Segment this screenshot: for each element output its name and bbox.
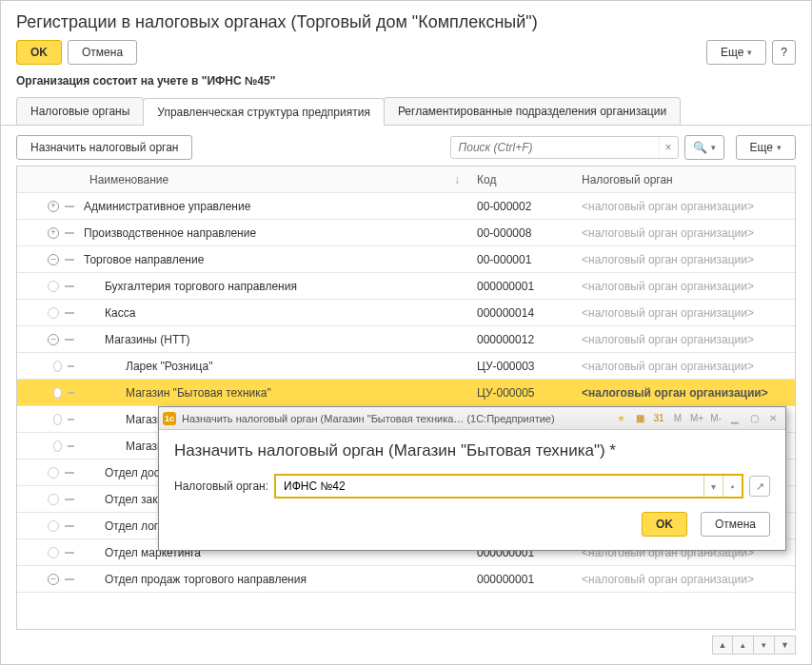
row-tax-authority: <налоговый орган организации> bbox=[576, 253, 795, 266]
column-name[interactable]: Наименование bbox=[84, 173, 443, 186]
row-tax-authority: <налоговый орган организации> bbox=[576, 306, 795, 320]
sort-indicator-icon[interactable]: ↓ bbox=[443, 173, 471, 186]
app-logo-icon: 1c bbox=[163, 412, 176, 425]
row-tax-authority: <налоговый орган организации> bbox=[576, 573, 795, 586]
row-tax-authority: <налоговый орган организации> bbox=[576, 280, 795, 293]
tax-authority-field[interactable]: ▾ ▪ bbox=[274, 474, 743, 499]
dialog-ok-button[interactable]: OK bbox=[642, 512, 687, 537]
calendar-icon[interactable]: 31 bbox=[650, 411, 667, 426]
memory-mplus-icon[interactable]: M+ bbox=[688, 411, 705, 426]
table-row[interactable]: Бухгалтерия торгового направления0000000… bbox=[17, 273, 795, 300]
ok-button[interactable]: OK bbox=[16, 40, 62, 65]
row-name: Ларек "Розница" bbox=[84, 360, 443, 373]
clear-search-icon[interactable]: × bbox=[659, 137, 678, 158]
dash-icon bbox=[65, 232, 74, 234]
chevron-down-icon: ▾ bbox=[747, 48, 752, 57]
leaf-icon bbox=[48, 520, 59, 532]
dropdown-icon[interactable]: ▾ bbox=[703, 476, 723, 497]
collapse-icon[interactable]: – bbox=[48, 254, 59, 265]
table-row[interactable]: –Торговое направление00-000001<налоговый… bbox=[17, 246, 795, 273]
open-external-icon[interactable]: ↗ bbox=[749, 476, 770, 497]
nav-prev-icon[interactable]: ▴ bbox=[733, 636, 754, 655]
assign-tax-authority-button[interactable]: Назначить налоговый орган bbox=[16, 135, 192, 160]
table-row[interactable]: +Административное управление00-000002<на… bbox=[17, 193, 795, 220]
dialog-cancel-button[interactable]: Отмена bbox=[701, 512, 770, 537]
row-code: 00-000008 bbox=[471, 226, 576, 240]
search-icon: 🔍 bbox=[693, 141, 707, 154]
row-name: Бухгалтерия торгового направления bbox=[84, 280, 443, 293]
advanced-search-button[interactable]: 🔍▾ bbox=[684, 135, 724, 160]
dash-icon bbox=[65, 499, 74, 500]
nav-last-icon[interactable]: ▼ bbox=[775, 636, 796, 655]
command-bar: OK Отмена Еще▾ ? bbox=[1, 40, 811, 74]
tab-regulated-subdivisions[interactable]: Регламентированные подразделения организ… bbox=[384, 97, 681, 125]
leaf-icon bbox=[48, 307, 59, 319]
dialog-titlebar[interactable]: 1c Назначить налоговый орган (Магазин "Б… bbox=[159, 407, 785, 430]
tax-authority-input[interactable] bbox=[276, 479, 703, 493]
row-tax-authority: <налоговый орган организации> bbox=[576, 333, 795, 346]
toolbar: Назначить налоговый орган × 🔍▾ Еще▾ bbox=[16, 135, 796, 160]
row-tax-authority: <налоговый орган организации> bbox=[576, 360, 795, 373]
cancel-button[interactable]: Отмена bbox=[68, 40, 137, 65]
maximize-icon[interactable]: ▢ bbox=[745, 411, 762, 426]
dash-icon bbox=[65, 205, 74, 207]
tax-authority-label: Налоговый орган: bbox=[174, 479, 268, 493]
column-tax-authority[interactable]: Налоговый орган bbox=[576, 173, 795, 186]
more-toolbar-button[interactable]: Еще▾ bbox=[736, 135, 796, 160]
main-window: Регистрации в налоговых органах (Торговы… bbox=[0, 0, 812, 665]
leaf-icon bbox=[48, 547, 59, 558]
row-code: 000000014 bbox=[471, 306, 576, 320]
table-row[interactable]: +Производственное направление00-000008<н… bbox=[17, 220, 795, 246]
nav-first-icon[interactable]: ▲ bbox=[712, 636, 733, 655]
table-header: Наименование ↓ Код Налоговый орган bbox=[17, 166, 795, 193]
collapse-icon[interactable]: – bbox=[48, 574, 59, 585]
row-tax-authority: <налоговый орган организации> bbox=[576, 386, 795, 400]
dash-icon bbox=[68, 445, 74, 447]
calc-icon[interactable]: ▦ bbox=[631, 411, 648, 426]
favorites-icon[interactable]: ★ bbox=[612, 411, 629, 426]
select-dialog-icon[interactable]: ▪ bbox=[723, 476, 742, 497]
expand-icon[interactable]: + bbox=[48, 201, 59, 212]
memory-mminus-icon[interactable]: M- bbox=[707, 411, 724, 426]
column-code[interactable]: Код bbox=[471, 173, 576, 186]
row-name: Административное управление bbox=[84, 200, 443, 213]
row-name: Отдел продаж торгового направления bbox=[84, 573, 443, 586]
memory-m-icon[interactable]: M bbox=[669, 411, 686, 426]
row-code: 000000012 bbox=[471, 333, 576, 346]
close-icon[interactable]: ✕ bbox=[764, 411, 782, 426]
row-name: Магазин "Бытовая техника" bbox=[84, 386, 443, 400]
tab-content: Назначить налоговый орган × 🔍▾ Еще▾ Наим… bbox=[1, 126, 811, 664]
table-row[interactable]: Касса000000014<налоговый орган организац… bbox=[17, 300, 795, 326]
dash-icon bbox=[65, 339, 74, 341]
nav-next-icon[interactable]: ▾ bbox=[754, 636, 775, 655]
help-button[interactable]: ? bbox=[772, 40, 796, 65]
dash-icon bbox=[65, 285, 74, 287]
dash-icon bbox=[68, 419, 74, 421]
page-title: Регистрации в налоговых органах (Торговы… bbox=[1, 1, 811, 40]
expand-icon[interactable]: + bbox=[48, 227, 59, 239]
tree-table: Наименование ↓ Код Налоговый орган +Адми… bbox=[16, 166, 796, 630]
table-row[interactable]: –Отдел продаж торгового направления00000… bbox=[17, 566, 795, 593]
dialog-heading: Назначить налоговый орган (Магазин "Быто… bbox=[174, 441, 770, 460]
minimize-icon[interactable]: ▁ bbox=[726, 411, 743, 426]
search-input[interactable] bbox=[451, 141, 659, 154]
dash-icon bbox=[65, 312, 74, 314]
table-row[interactable]: Ларек "Розница"ЦУ-000003<налоговый орган… bbox=[17, 353, 795, 380]
row-name: Торговое направление bbox=[84, 253, 443, 266]
more-button[interactable]: Еще▾ bbox=[706, 40, 766, 65]
search-field[interactable]: × bbox=[450, 136, 679, 159]
leaf-icon bbox=[48, 494, 59, 505]
collapse-icon[interactable]: – bbox=[48, 334, 59, 345]
row-tax-authority: <налоговый орган организации> bbox=[576, 200, 795, 213]
chevron-down-icon: ▾ bbox=[777, 143, 782, 152]
tab-management-structure[interactable]: Управленческая структура предприятия bbox=[143, 98, 385, 126]
row-code: 00-000001 bbox=[471, 253, 576, 266]
dash-icon bbox=[65, 472, 74, 474]
table-row[interactable]: Магазин "Бытовая техника"ЦУ-000005<налог… bbox=[17, 380, 795, 406]
tab-tax-authorities[interactable]: Налоговые органы bbox=[16, 97, 144, 125]
row-code: ЦУ-000003 bbox=[471, 360, 576, 373]
leaf-icon bbox=[48, 281, 59, 292]
dash-icon bbox=[65, 552, 74, 554]
table-row[interactable]: –Магазины (НТТ)000000012<налоговый орган… bbox=[17, 326, 795, 353]
chevron-down-icon: ▾ bbox=[711, 143, 716, 152]
